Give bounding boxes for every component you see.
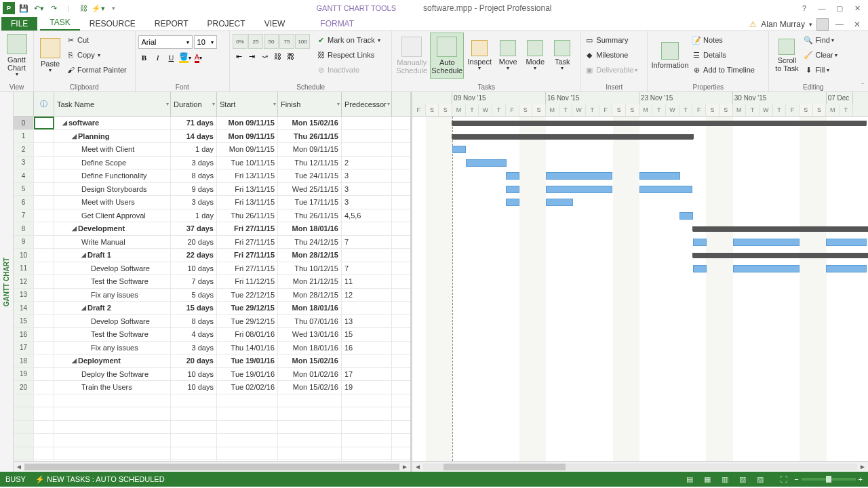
vertical-view-tab[interactable]: GANTT CHART	[0, 92, 14, 472]
table-row[interactable]: 16Test the Software4 daysFri 08/01/16Wed…	[14, 328, 410, 342]
task-bar[interactable]	[733, 239, 800, 246]
pct-50-button[interactable]: 50	[264, 34, 279, 49]
grid-hscroll[interactable]: ◄ ►	[14, 461, 410, 472]
task-bar[interactable]	[506, 199, 519, 206]
task-bar[interactable]	[452, 146, 466, 153]
zoom-slider[interactable]	[802, 478, 856, 481]
move-button[interactable]: Move▾	[495, 33, 521, 79]
indicators-header[interactable]: ⓘ	[34, 92, 54, 116]
start-header[interactable]: Start▾	[217, 92, 278, 116]
find-button[interactable]: 🔍Find▾	[803, 33, 837, 47]
tab-view[interactable]: VIEW	[255, 17, 295, 30]
table-row[interactable]: 19Deploy the Software10 daysTue 19/01/16…	[14, 368, 410, 382]
task-bar[interactable]	[546, 172, 612, 180]
task-bar[interactable]	[546, 199, 573, 206]
mark-on-track-button[interactable]: ✔Mark on Track▾	[315, 33, 380, 47]
table-row[interactable]	[14, 421, 410, 434]
deliverable-button[interactable]: ▣Deliverable▾	[584, 62, 637, 77]
manually-schedule-button[interactable]: Manually Schedule	[395, 33, 429, 79]
undo-icon[interactable]: ↶▾	[33, 2, 45, 14]
table-row[interactable]: 1◢Planning14 daysMon 09/11/15Thu 26/11/1…	[14, 130, 410, 144]
font-color-button[interactable]: A▾	[193, 52, 205, 64]
view-team-planner-icon[interactable]: ▥	[717, 473, 733, 485]
warning-icon[interactable]: ⚠	[749, 20, 757, 29]
summary-bar[interactable]	[693, 226, 868, 232]
pct-75-button[interactable]: 75	[279, 34, 294, 49]
maximize-icon[interactable]: ▢	[831, 1, 848, 15]
task-button[interactable]: Task▾	[549, 33, 575, 79]
font-name-combo[interactable]: Arial▾	[138, 35, 193, 49]
fill-color-button[interactable]: 🪣▾	[179, 52, 191, 64]
table-row[interactable]: 6Meet with Users3 daysFri 13/11/15Tue 17…	[14, 196, 410, 209]
tab-project[interactable]: PROJECT	[198, 17, 255, 30]
mode-button[interactable]: Mode▾	[522, 33, 548, 79]
table-row[interactable]: 17Fix any issues3 daysThu 14/01/16Mon 18…	[14, 342, 410, 355]
table-row[interactable]: 2Meet with Client1 dayMon 09/11/15Mon 09…	[14, 143, 410, 157]
table-row[interactable]: 12Test the Software7 daysFri 11/12/15Mon…	[14, 275, 410, 289]
scroll-right-icon[interactable]: ►	[399, 463, 410, 470]
outdent-button[interactable]: ⇤	[233, 50, 245, 62]
view-task-usage-icon[interactable]: ▦	[699, 473, 715, 485]
table-row[interactable]: 20Train the Users10 daysTue 02/02/16Mon …	[14, 381, 410, 394]
pct-100-button[interactable]: 100	[295, 34, 310, 49]
duration-header[interactable]: Duration▾	[171, 92, 217, 116]
table-row[interactable]	[14, 447, 410, 461]
task-bar[interactable]	[679, 212, 693, 220]
qat-more-icon[interactable]: ⚡▾	[92, 2, 104, 14]
paste-button[interactable]: Paste▾	[37, 33, 64, 79]
tab-resource[interactable]: RESOURCE	[80, 17, 145, 30]
gantt-body[interactable]	[412, 117, 868, 461]
gantt-scroll-left-icon[interactable]: ◄	[412, 463, 423, 470]
summary-button[interactable]: ▭Summary	[584, 33, 637, 47]
status-newtasks[interactable]: ⚡ NEW TASKS : AUTO SCHEDULED	[35, 475, 165, 484]
close-icon[interactable]: ✕	[849, 1, 865, 15]
collapse-ribbon-icon[interactable]: ˆ	[857, 31, 868, 92]
tab-file[interactable]: FILE	[1, 17, 37, 30]
respect-links-button[interactable]: ⛓Respect Links	[315, 47, 380, 62]
cut-button[interactable]: ✂Cut	[65, 33, 127, 47]
table-row[interactable]	[14, 434, 410, 447]
zoom-fit-icon[interactable]: ⛶	[775, 473, 791, 485]
table-row[interactable]: 0◢software71 daysMon 09/11/15Mon 15/02/1…	[14, 117, 410, 130]
zoom-control[interactable]: ⛶ − +	[775, 473, 863, 485]
milestone-button[interactable]: ◆Milestone	[584, 47, 637, 62]
minimize-icon[interactable]: —	[814, 1, 830, 15]
clear-button[interactable]: 🧹Clear▾	[803, 47, 837, 62]
scroll-to-task-button[interactable]: Scroll to Task	[772, 33, 802, 79]
pct-25-button[interactable]: 25	[248, 34, 263, 49]
table-row[interactable]: 7Get Client Approval1 dayThu 26/11/15Thu…	[14, 209, 410, 223]
link-tasks-button[interactable]: ⛓	[271, 50, 283, 62]
task-bar[interactable]	[826, 265, 867, 272]
scroll-left-icon[interactable]: ◄	[14, 463, 24, 470]
table-row[interactable]: 14◢Draft 215 daysTue 29/12/15Mon 18/01/1…	[14, 302, 410, 315]
table-row[interactable]: 3Define Scope3 daysTue 10/11/15Thu 12/11…	[14, 157, 410, 170]
summary-bar[interactable]	[693, 253, 868, 258]
table-row[interactable]: 5Design Storyboards9 daysFri 13/11/15Wed…	[14, 183, 410, 197]
mdi-minimize-icon[interactable]: —	[833, 20, 846, 29]
grid-body[interactable]: 0◢software71 daysMon 09/11/15Mon 15/02/1…	[14, 117, 410, 461]
zoom-in-icon[interactable]: +	[859, 475, 863, 483]
inspect-button[interactable]: Inspect▾	[465, 33, 494, 79]
table-row[interactable]: 13Fix any issues5 daysTue 22/12/15Mon 28…	[14, 289, 410, 302]
tab-format[interactable]: FORMAT	[311, 17, 363, 30]
task-bar[interactable]	[506, 186, 519, 193]
table-row[interactable]: 18◢Deployment20 daysTue 19/01/16Mon 15/0…	[14, 354, 410, 368]
bold-button[interactable]: B	[138, 52, 151, 64]
user-name[interactable]: Alan Murray	[761, 20, 805, 29]
timescale[interactable]: 09 Nov '1516 Nov '1523 Nov '1530 Nov '15…	[412, 92, 868, 117]
view-gantt-icon[interactable]: ▤	[682, 473, 698, 485]
task-bar[interactable]	[693, 239, 707, 246]
table-row[interactable]	[14, 407, 410, 421]
table-row[interactable]: 10◢Draft 122 daysFri 27/11/15Mon 28/12/1…	[14, 249, 410, 262]
add-timeline-button[interactable]: ⊕Add to Timeline	[691, 62, 755, 77]
fill-button[interactable]: ⬇Fill▾	[803, 62, 837, 77]
copy-button[interactable]: ⎘Copy▾	[65, 47, 127, 62]
italic-button[interactable]: I	[152, 52, 164, 64]
task-name-header[interactable]: Task Name▾	[54, 92, 171, 116]
summary-bar[interactable]	[452, 134, 693, 140]
table-row[interactable]: 11Develop Software10 daysFri 27/11/15Thu…	[14, 262, 410, 276]
table-row[interactable]: 4Define Functionality8 daysFri 13/11/15T…	[14, 169, 410, 183]
tab-report[interactable]: REPORT	[145, 17, 198, 30]
table-row[interactable]	[14, 394, 410, 408]
table-row[interactable]: 8◢Development37 daysFri 27/11/15Mon 18/0…	[14, 222, 410, 236]
